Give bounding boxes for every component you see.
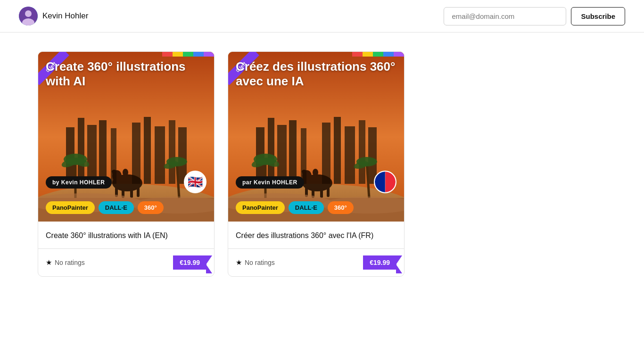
ratings: ★ No ratings <box>46 258 85 267</box>
svg-rect-42 <box>289 120 297 184</box>
color-bar <box>162 52 214 57</box>
card-description: Créer des illustrations 360° avec l'IA (… <box>236 230 396 241</box>
svg-rect-60 <box>320 188 323 198</box>
header-right: Subscribe <box>444 7 625 25</box>
svg-rect-41 <box>277 125 287 184</box>
svg-rect-12 <box>144 117 151 184</box>
fr-flag-icon <box>374 171 396 193</box>
svg-rect-61 <box>327 187 330 197</box>
card-tags: PanoPainterDALL·E360° <box>46 201 164 214</box>
avatar <box>19 7 38 25</box>
card-title-overlay: Create 360° illustrations with AI <box>46 59 206 89</box>
card-title-overlay: Créez des illustrations 360° avec une IA <box>236 59 396 89</box>
author-badge: by Kevin HOHLER <box>46 176 112 189</box>
svg-rect-64 <box>302 170 304 174</box>
star-icon: ★ <box>46 258 52 267</box>
svg-rect-11 <box>132 123 140 184</box>
svg-rect-14 <box>169 120 175 184</box>
card-footer: ★ No ratings €19.99 <box>38 248 214 276</box>
svg-rect-29 <box>113 173 116 182</box>
tag-dall-e: DALL·E <box>99 201 134 214</box>
svg-point-65 <box>313 169 318 176</box>
star-icon: ★ <box>236 258 242 267</box>
tag-360-: 360° <box>328 201 354 214</box>
brand-name: Kevin Hohler <box>42 11 88 21</box>
ratings-label: No ratings <box>55 259 85 266</box>
card-title: Créez des illustrations 360° avec une IA <box>236 59 396 89</box>
svg-rect-31 <box>112 170 114 174</box>
color-bar <box>352 52 404 57</box>
card-description: Create 360° illustrations with IA (EN) <box>46 230 206 241</box>
svg-rect-44 <box>322 123 330 184</box>
ratings-label: No ratings <box>245 259 275 266</box>
svg-rect-33 <box>124 176 127 181</box>
price-tag[interactable]: €19.99 <box>363 255 396 270</box>
svg-rect-13 <box>155 126 165 184</box>
tag-360-: 360° <box>138 201 164 214</box>
uk-flag-icon: 🇬🇧 <box>184 171 206 193</box>
brand: Kevin Hohler <box>19 7 88 25</box>
tag-panopainter: PanoPainter <box>46 201 95 214</box>
main-content: 0 left Create 360° illustrations with AI… <box>0 33 644 296</box>
svg-rect-45 <box>334 117 341 184</box>
card-body: Create 360° illustrations with IA (EN) <box>38 222 214 241</box>
course-card-en[interactable]: 0 left Create 360° illustrations with AI… <box>38 51 215 277</box>
svg-rect-27 <box>130 188 133 198</box>
tag-panopainter: PanoPainter <box>236 201 285 214</box>
card-cover-en: 0 left Create 360° illustrations with AI… <box>38 52 214 222</box>
email-input[interactable] <box>444 7 566 25</box>
svg-rect-28 <box>137 187 140 197</box>
card-cover-fr: 0 left Créez des illustrations 360° avec… <box>228 52 404 222</box>
price-tag[interactable]: €19.99 <box>173 255 206 270</box>
card-body: Créer des illustrations 360° avec l'IA (… <box>228 222 404 241</box>
svg-rect-8 <box>87 125 97 184</box>
svg-rect-47 <box>359 120 365 184</box>
tag-dall-e: DALL·E <box>289 201 324 214</box>
subscribe-button[interactable]: Subscribe <box>571 7 625 25</box>
svg-point-32 <box>123 169 128 176</box>
card-footer: ★ No ratings €19.99 <box>228 248 404 276</box>
ratings: ★ No ratings <box>236 258 275 267</box>
svg-rect-7 <box>78 118 84 184</box>
header: Kevin Hohler Subscribe <box>0 0 644 33</box>
svg-rect-46 <box>345 126 355 184</box>
svg-rect-66 <box>314 176 317 181</box>
course-card-fr[interactable]: 0 left Créez des illustrations 360° avec… <box>228 51 405 277</box>
card-tags: PanoPainterDALL·E360° <box>236 201 354 214</box>
svg-point-1 <box>25 10 32 17</box>
author-badge: par Kevin HOHLER <box>236 176 304 189</box>
svg-rect-9 <box>99 120 107 184</box>
svg-rect-40 <box>268 118 274 184</box>
card-title: Create 360° illustrations with AI <box>46 59 206 89</box>
